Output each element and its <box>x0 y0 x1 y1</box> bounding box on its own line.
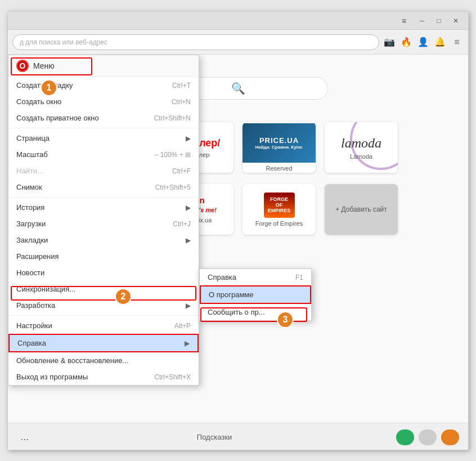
menu-item-dev[interactable]: Разработка ▶ <box>8 297 199 314</box>
title-bar: ≡ ─ □ ✕ <box>8 12 468 30</box>
menu-item-sync[interactable]: Синхронизация... <box>8 281 199 297</box>
menu-separator-3 <box>8 315 199 316</box>
step-3-badge: 3 <box>277 311 294 328</box>
arrow-icon: ▶ <box>186 135 191 142</box>
menu-overlay: O Меню Создать вкладку Ctrl+T Создать ок… <box>8 55 468 450</box>
step-1-badge: 1 <box>41 79 57 96</box>
title-bar-controls: ≡ ─ □ ✕ <box>397 14 464 28</box>
dev-arrow-icon: ▶ <box>186 302 191 310</box>
sync-icon[interactable]: 🔔 <box>433 35 447 49</box>
menu-item-page[interactable]: Страница ▶ <box>8 130 199 146</box>
menu-item-zoom[interactable]: Масштаб – 100% + ⊞ <box>8 146 199 163</box>
camera-icon[interactable]: 📷 <box>383 35 396 49</box>
submenu-item-report[interactable]: Сообщить о пр... <box>200 304 311 320</box>
settings-icon[interactable]: ≡ <box>450 35 464 49</box>
menu-separator-2 <box>8 197 199 198</box>
menu-item-bookmarks[interactable]: Закладки ▶ <box>8 232 199 248</box>
menu-item-settings[interactable]: Настройки Alt+P <box>8 317 199 334</box>
menu-item-history[interactable]: История ▶ <box>8 199 199 216</box>
menu-item-new-window[interactable]: Создать окно Ctrl+N <box>8 93 199 110</box>
menu-item-update[interactable]: Обновление & восстановление... <box>8 352 199 369</box>
address-placeholder: д для поиска или веб-адрес <box>20 38 107 46</box>
user-icon[interactable]: 👤 <box>416 35 430 49</box>
history-arrow-icon: ▶ <box>186 204 191 212</box>
menu-item-private-window[interactable]: Создать приватное окно Ctrl+Shift+N <box>8 110 199 126</box>
opera-logo: O <box>16 60 29 72</box>
menu-item-exit[interactable]: Выход из программы Ctrl+Shift+X <box>8 369 199 385</box>
browser-content: 🔍 яндекс Яндекс Рамблер/ Рамблер PRICE.U… <box>8 55 468 450</box>
menu-item-find[interactable]: Найти... Ctrl+F <box>8 163 199 179</box>
menu-item-downloads[interactable]: Загрузки Ctrl+J <box>8 216 199 232</box>
browser-window: ≡ ─ □ ✕ д для поиска или веб-адрес 📷 🔥 👤… <box>7 11 469 450</box>
menu-item-news[interactable]: Новости <box>8 265 199 281</box>
close-button[interactable]: ✕ <box>448 15 464 27</box>
help-arrow-icon: ▶ <box>185 339 190 347</box>
submenu-item-about[interactable]: О программе <box>200 285 311 304</box>
address-bar-area: д для поиска или веб-адрес 📷 🔥 👤 🔔 ≡ <box>8 30 468 55</box>
help-submenu: Справка F1 О программе Сообщить о пр... <box>199 268 312 321</box>
menu-item-snapshot[interactable]: Снимок Ctrl+Shift+5 <box>8 179 199 195</box>
menu-separator-1 <box>8 128 199 128</box>
menu-item-help[interactable]: Справка ▶ <box>8 334 199 352</box>
step-2-badge: 2 <box>115 288 132 305</box>
menu-title: Меню <box>33 61 55 70</box>
submenu-item-help[interactable]: Справка F1 <box>200 269 311 285</box>
menu-item-extensions[interactable]: Расширения <box>8 248 199 265</box>
filter-icon[interactable]: ≡ <box>397 14 411 28</box>
menu-item-new-tab[interactable]: Создать вкладку Ctrl+T <box>8 77 199 93</box>
minimize-button[interactable]: ─ <box>414 15 430 27</box>
menu-header: O Меню <box>8 55 199 77</box>
bookmarks-arrow-icon: ▶ <box>186 236 191 244</box>
fire-icon[interactable]: 🔥 <box>399 35 413 49</box>
address-input[interactable]: д для поиска или веб-адрес <box>12 34 379 50</box>
dropdown-menu: O Меню Создать вкладку Ctrl+T Создать ок… <box>8 55 199 386</box>
maximize-button[interactable]: □ <box>431 15 447 27</box>
